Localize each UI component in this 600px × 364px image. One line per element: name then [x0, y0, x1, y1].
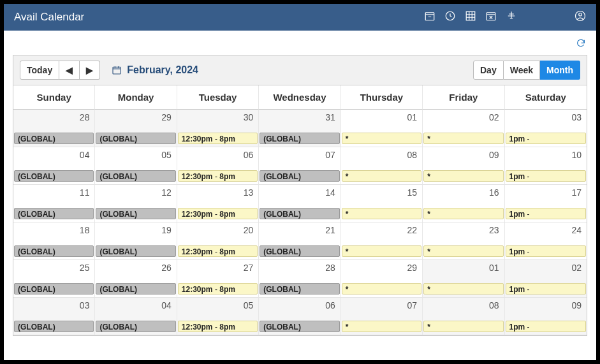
- calendar-day-cell[interactable]: 19(GLOBAL): [95, 222, 177, 260]
- calendar-event[interactable]: 1pm -: [506, 208, 586, 219]
- calendar-event[interactable]: (GLOBAL): [96, 170, 175, 182]
- calendar-day-cell[interactable]: 2012:30pm - 8pm: [177, 222, 259, 260]
- calendar-event[interactable]: (GLOBAL): [260, 245, 339, 257]
- calendar-day-cell[interactable]: 14(GLOBAL): [259, 185, 340, 222]
- calendar-day-cell[interactable]: 29(GLOBAL): [95, 110, 177, 147]
- calendar-day-cell[interactable]: 01*: [423, 260, 504, 298]
- calendar-event[interactable]: *: [342, 321, 421, 332]
- calendar-day-cell[interactable]: 08*: [341, 147, 423, 185]
- calendar-event[interactable]: 1pm -: [506, 170, 586, 182]
- calendar-event[interactable]: *: [342, 170, 421, 182]
- calendar-day-cell[interactable]: 3012:30pm - 8pm: [177, 110, 259, 147]
- calendar-day-cell[interactable]: 1312:30pm - 8pm: [177, 185, 259, 222]
- calendar-day-cell[interactable]: 03(GLOBAL): [13, 298, 95, 335]
- calendar-event[interactable]: (GLOBAL): [96, 283, 175, 295]
- refresh-icon[interactable]: [576, 38, 586, 51]
- calendar-day-cell[interactable]: 07*: [341, 298, 423, 335]
- calendar-event[interactable]: (GLOBAL): [14, 245, 94, 257]
- user-menu[interactable]: [574, 10, 586, 24]
- view-day-button[interactable]: Day: [473, 61, 504, 80]
- next-button[interactable]: ▶: [80, 61, 100, 80]
- calendar-event[interactable]: *: [423, 170, 503, 182]
- calendar-minus-icon[interactable]: [424, 10, 435, 24]
- day-number: 05: [161, 150, 172, 160]
- grid-icon[interactable]: [465, 10, 476, 24]
- calendar-event[interactable]: (GLOBAL): [96, 133, 175, 144]
- calendar-event[interactable]: (GLOBAL): [260, 208, 339, 219]
- calendar-event[interactable]: 12:30pm - 8pm: [178, 283, 258, 295]
- today-button[interactable]: Today: [20, 61, 59, 80]
- calendar-day-cell[interactable]: 29*: [341, 260, 423, 298]
- calendar-day-cell[interactable]: 02*: [423, 110, 504, 147]
- calendar-event[interactable]: (GLOBAL): [14, 208, 94, 219]
- calendar-x-icon[interactable]: [485, 10, 497, 24]
- calendar-event[interactable]: 1pm -: [506, 283, 586, 295]
- calendar-day-cell[interactable]: 28(GLOBAL): [13, 110, 95, 147]
- calendar-event[interactable]: 1pm -: [506, 245, 586, 257]
- calendar-day-cell[interactable]: 12(GLOBAL): [95, 185, 177, 222]
- calendar-event[interactable]: 12:30pm - 8pm: [178, 208, 258, 219]
- calendar-day-cell[interactable]: 26(GLOBAL): [95, 260, 177, 298]
- calendar-day-cell[interactable]: 04(GLOBAL): [13, 147, 95, 185]
- calendar-event[interactable]: (GLOBAL): [96, 321, 175, 332]
- calendar-day-cell[interactable]: 21(GLOBAL): [259, 222, 340, 260]
- calendar-day-cell[interactable]: 15*: [341, 185, 423, 222]
- calendar-day-cell[interactable]: 11(GLOBAL): [13, 185, 95, 222]
- calendar-event[interactable]: (GLOBAL): [14, 133, 94, 144]
- calendar-day-cell[interactable]: 16*: [423, 185, 504, 222]
- calendar-day-cell[interactable]: 01*: [341, 110, 423, 147]
- calendar-day-cell[interactable]: 25(GLOBAL): [13, 260, 95, 298]
- calendar-day-cell[interactable]: 07(GLOBAL): [259, 147, 340, 185]
- calendar-event[interactable]: *: [423, 321, 503, 332]
- clock-icon[interactable]: [444, 10, 456, 24]
- calendar-event[interactable]: *: [423, 245, 503, 257]
- calendar-event[interactable]: *: [423, 208, 503, 219]
- view-month-button[interactable]: Month: [540, 61, 580, 80]
- calendar-event[interactable]: (GLOBAL): [96, 245, 175, 257]
- calendar-day-cell[interactable]: 2712:30pm - 8pm: [177, 260, 259, 298]
- calendar-day-cell[interactable]: 021pm -: [505, 260, 587, 298]
- calendar-day-cell[interactable]: 31(GLOBAL): [259, 110, 340, 147]
- day-number: 22: [407, 225, 418, 235]
- calendar-event[interactable]: *: [342, 208, 421, 219]
- calendar-day-cell[interactable]: 04(GLOBAL): [95, 298, 177, 335]
- calendar-day-cell[interactable]: 0512:30pm - 8pm: [177, 298, 259, 335]
- calendar-day-cell[interactable]: 101pm -: [505, 147, 587, 185]
- calendar-event[interactable]: 12:30pm - 8pm: [178, 245, 258, 257]
- calendar-day-cell[interactable]: 031pm -: [505, 110, 587, 147]
- calendar-event[interactable]: *: [423, 283, 503, 295]
- period-label[interactable]: February, 2024: [112, 64, 198, 76]
- calendar-event[interactable]: (GLOBAL): [260, 133, 339, 144]
- calendar-day-cell[interactable]: 28(GLOBAL): [259, 260, 340, 298]
- calendar-event[interactable]: (GLOBAL): [260, 321, 339, 332]
- calendar-day-cell[interactable]: 09*: [423, 147, 504, 185]
- calendar-day-cell[interactable]: 18(GLOBAL): [13, 222, 95, 260]
- calendar-event[interactable]: (GLOBAL): [260, 170, 339, 182]
- calendar-event[interactable]: (GLOBAL): [14, 321, 94, 332]
- calendar-day-cell[interactable]: 241pm -: [505, 222, 587, 260]
- share-icon[interactable]: [506, 10, 517, 24]
- calendar-day-cell[interactable]: 171pm -: [505, 185, 587, 222]
- calendar-day-cell[interactable]: 08*: [423, 298, 504, 335]
- view-week-button[interactable]: Week: [504, 61, 540, 80]
- calendar-event[interactable]: 12:30pm - 8pm: [178, 321, 258, 332]
- calendar-event[interactable]: (GLOBAL): [260, 283, 339, 295]
- calendar-event[interactable]: 1pm -: [506, 133, 586, 144]
- calendar-event[interactable]: 12:30pm - 8pm: [178, 170, 258, 182]
- calendar-day-cell[interactable]: 23*: [423, 222, 504, 260]
- calendar-event[interactable]: (GLOBAL): [96, 208, 175, 219]
- prev-button[interactable]: ◀: [59, 61, 80, 80]
- calendar-event[interactable]: *: [342, 133, 421, 144]
- calendar-day-cell[interactable]: 06(GLOBAL): [259, 298, 340, 335]
- calendar-event[interactable]: *: [342, 283, 421, 295]
- calendar-event[interactable]: *: [423, 133, 503, 144]
- calendar-event[interactable]: (GLOBAL): [14, 283, 94, 295]
- calendar-event[interactable]: 12:30pm - 8pm: [178, 133, 258, 144]
- calendar-day-cell[interactable]: 0612:30pm - 8pm: [177, 147, 259, 185]
- calendar-day-cell[interactable]: 22*: [341, 222, 423, 260]
- calendar-day-cell[interactable]: 091pm -: [505, 298, 587, 335]
- calendar-event[interactable]: (GLOBAL): [14, 170, 94, 182]
- calendar-event[interactable]: *: [342, 245, 421, 257]
- calendar-event[interactable]: 1pm -: [506, 321, 586, 332]
- calendar-day-cell[interactable]: 05(GLOBAL): [95, 147, 177, 185]
